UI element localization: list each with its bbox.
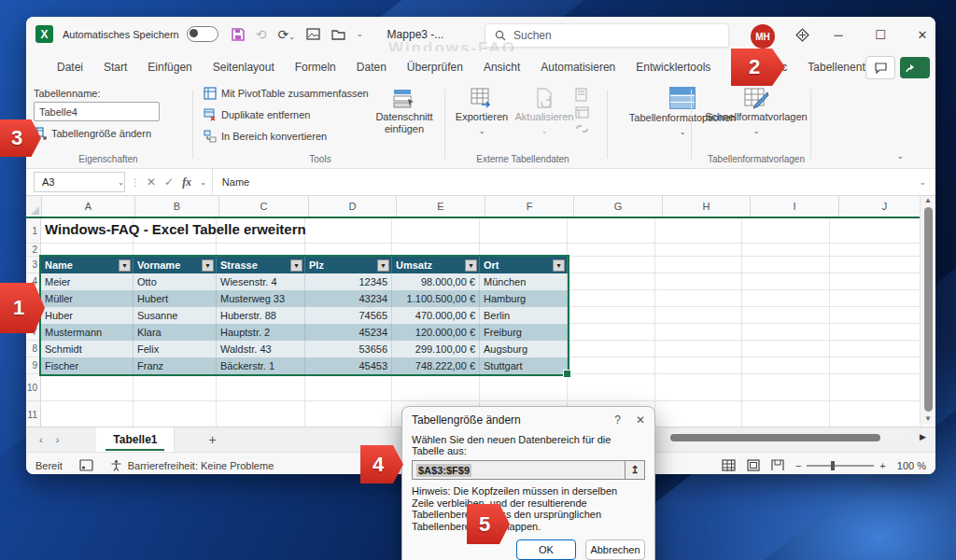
table-cell[interactable]: Franz	[134, 357, 217, 374]
cancel-entry-icon[interactable]: ✕	[147, 175, 156, 189]
table-header-cell[interactable]: Name ▼	[41, 257, 134, 273]
column-header[interactable]: B	[135, 196, 219, 217]
table-cell[interactable]: 299.100,00 €	[392, 341, 480, 357]
ribbon-tab[interactable]: Start	[93, 51, 137, 82]
sheet-tab[interactable]: Tabelle1	[96, 427, 175, 452]
table-cell[interactable]: Musterweg 33	[217, 290, 305, 307]
select-all-corner[interactable]	[26, 196, 42, 217]
table-cell[interactable]: 53656	[305, 341, 392, 357]
table-cell[interactable]: 748.222,00 €	[392, 357, 480, 374]
save-icon[interactable]	[232, 28, 245, 41]
redo-icon[interactable]: ⟳⌄	[277, 27, 294, 42]
table-cell[interactable]: Huberstr. 88	[217, 307, 305, 324]
zoom-level[interactable]: 100 %	[897, 460, 926, 471]
scroll-right-icon[interactable]: ▶	[920, 432, 926, 441]
ribbon-options-icon[interactable]	[795, 28, 809, 42]
collapse-dialog-icon[interactable]: ↥	[625, 461, 644, 479]
prev-sheet-icon[interactable]: ‹	[39, 434, 43, 445]
table-cell[interactable]: Stuttgart	[480, 357, 568, 374]
row-header[interactable]: 11	[26, 401, 41, 428]
table-cell[interactable]: Klara	[134, 324, 217, 341]
resize-table-button[interactable]: Tabellengröße ändern	[34, 127, 151, 140]
ribbon-tab[interactable]: Ansicht	[473, 51, 530, 82]
screenshot-icon[interactable]	[306, 28, 320, 40]
table-cell[interactable]: Waldstr. 43	[217, 341, 305, 357]
table-cell[interactable]: Fischer	[41, 357, 134, 374]
filter-dropdown-icon[interactable]: ▼	[465, 259, 477, 272]
ribbon-tab[interactable]: Entwicklertools	[626, 51, 721, 82]
macro-record-icon[interactable]	[79, 459, 93, 471]
table-header-cell[interactable]: Strasse ▼	[217, 257, 305, 273]
ok-button[interactable]: OK	[516, 539, 576, 560]
table-cell[interactable]: Berlin	[480, 307, 568, 324]
table-cell[interactable]: Hamburg	[480, 290, 568, 307]
summarize-pivottable-button[interactable]: Mit PivotTable zusammenfassen	[204, 87, 369, 100]
column-header[interactable]: F	[485, 196, 574, 217]
minimize-button[interactable]: ─	[824, 24, 852, 45]
filter-dropdown-icon[interactable]: ▼	[553, 259, 565, 272]
comments-button[interactable]	[865, 56, 895, 79]
horizontal-scrollbar[interactable]	[667, 432, 909, 442]
search-input[interactable]: Suchen	[485, 23, 729, 48]
customize-toolbar-icon[interactable]: ⌄	[357, 30, 363, 38]
table-cell[interactable]: Hauptstr. 2	[217, 324, 305, 341]
table-cell[interactable]: Felix	[134, 341, 217, 357]
name-box[interactable]: A3⌄	[34, 172, 125, 192]
zoom-out-icon[interactable]: −	[795, 460, 801, 471]
quick-styles-button[interactable]: Schnellformatvorlagen ⌄	[700, 87, 812, 137]
table-cell[interactable]: Schmidt	[41, 341, 134, 357]
insert-slicer-button[interactable]: Datenschnitt einfügen	[368, 87, 441, 135]
ribbon-tab[interactable]: Einfügen	[137, 51, 202, 82]
vertical-scrollbar-thumb[interactable]	[924, 207, 933, 412]
excel-logo-icon[interactable]: X	[35, 25, 53, 43]
row-header[interactable]: 10	[26, 374, 41, 401]
scroll-up-icon[interactable]: ▲	[924, 196, 932, 204]
filter-dropdown-icon[interactable]: ▼	[377, 259, 389, 272]
table-cell[interactable]: Freiburg	[480, 324, 568, 341]
row-header[interactable]: 2	[26, 244, 41, 257]
namebox-dropdown-icon[interactable]: ⌄	[118, 178, 124, 187]
table-header-cell[interactable]: Ort ▼	[480, 257, 568, 273]
table-cell[interactable]: 1.100.500,00 €	[392, 290, 480, 307]
ribbon-tab[interactable]: Automatisieren	[530, 51, 626, 82]
autosave-toggle[interactable]	[187, 26, 218, 42]
expand-formula-bar-icon[interactable]: ⌄	[919, 177, 926, 187]
column-header[interactable]: E	[397, 196, 485, 217]
external-data-small-buttons[interactable]	[575, 88, 589, 134]
next-sheet-icon[interactable]: ›	[56, 434, 60, 445]
table-cell[interactable]: Bäckerstr. 1	[217, 357, 305, 374]
column-header[interactable]: I	[751, 196, 839, 217]
table-cell[interactable]: 120.000,00 €	[392, 324, 480, 341]
table-cell[interactable]: München	[480, 273, 568, 290]
table-header-cell[interactable]: Vorname ▼	[134, 257, 217, 273]
column-header[interactable]: A	[42, 196, 135, 217]
filter-dropdown-icon[interactable]: ▼	[290, 259, 302, 272]
collapse-ribbon-icon[interactable]: ⌄	[896, 151, 904, 161]
zoom-in-icon[interactable]: +	[879, 460, 885, 471]
column-header[interactable]: H	[663, 196, 751, 217]
accessibility-status[interactable]: Barrierefreiheit: Keine Probleme	[128, 460, 274, 471]
table-cell[interactable]: Mustermann	[41, 324, 134, 341]
normal-view-icon[interactable]	[722, 459, 736, 471]
table-cell[interactable]: 12345	[305, 273, 392, 290]
table-cell[interactable]: Susanne	[134, 307, 217, 324]
table-cell[interactable]: 74565	[305, 307, 392, 324]
range-value[interactable]: $A$3:$F$9	[416, 464, 471, 477]
avatar[interactable]: MH	[751, 24, 775, 49]
horizontal-scrollbar-thumb[interactable]	[670, 434, 880, 441]
table-resize-handle[interactable]	[563, 370, 571, 378]
table-cell[interactable]: Wiesenstr. 4	[217, 273, 305, 290]
ribbon-tab[interactable]: Daten	[346, 51, 397, 82]
table-cell[interactable]: 470.000,00 €	[392, 307, 480, 324]
table-cell[interactable]: Otto	[134, 273, 217, 290]
row-header[interactable]: 8	[26, 341, 41, 357]
ribbon-tab[interactable]: Seitenlayout	[203, 51, 285, 82]
row-header[interactable]: 1	[26, 218, 41, 244]
row-header[interactable]: 9	[26, 357, 41, 374]
close-button[interactable]: ✕	[908, 24, 935, 45]
refresh-button[interactable]: Aktualisieren ⌄	[513, 87, 575, 137]
export-button[interactable]: Exportieren ⌄	[451, 87, 513, 137]
table-cell[interactable]: 45453	[305, 357, 392, 374]
table-cell[interactable]: Hubert	[134, 290, 217, 307]
accessibility-icon[interactable]	[110, 459, 122, 471]
